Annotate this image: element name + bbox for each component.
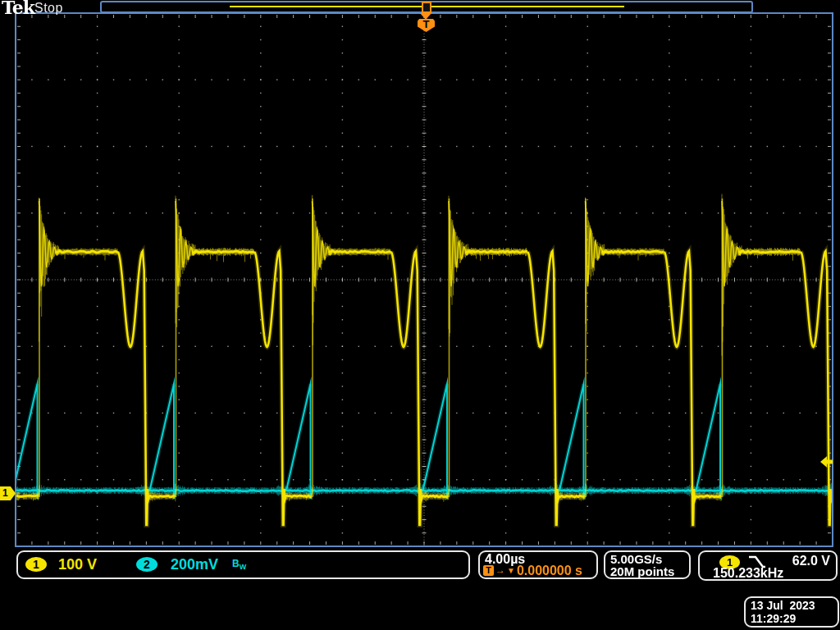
- wave-inspector-bar[interactable]: [100, 1, 753, 13]
- trigger-position-arrow-icon[interactable]: [420, 13, 431, 20]
- acquisition-readout-box[interactable]: 5.00GS/s 20M points: [604, 550, 691, 579]
- delay-marker-icon: ▼: [507, 565, 515, 576]
- ch1-badge[interactable]: 1: [25, 557, 47, 572]
- trigger-level-readout: 62.0 V: [792, 554, 830, 568]
- trigger-readout-box[interactable]: 1 62.0 V 150.233kHz: [698, 550, 838, 581]
- record-length-readout: 20M points: [610, 564, 674, 578]
- time-readout: 11:29:29: [751, 612, 796, 625]
- trigger-position-readout: T → ▼ 0.000000 s: [483, 564, 582, 577]
- waveform-display[interactable]: [0, 0, 840, 630]
- acquisition-status: Stop: [34, 1, 63, 16]
- ch1-scale-readout: 100 V: [58, 556, 97, 573]
- ch2-badge[interactable]: 2: [136, 557, 158, 572]
- arrow-right-icon: →: [495, 565, 505, 576]
- date-readout: 13 Jul 2023: [751, 599, 815, 612]
- datetime-box: 13 Jul 2023 11:29:29: [744, 596, 839, 628]
- tek-logo: Tek: [2, 0, 34, 18]
- trigger-position-value: 0.000000 s: [517, 564, 582, 577]
- channel-readout-box[interactable]: 1 100 V 2 200mV BW: [16, 550, 470, 579]
- ch2-scale-readout: 200mV: [171, 556, 218, 573]
- trigger-position-marker-icon[interactable]: [422, 2, 431, 13]
- trigger-chip-icon: T: [483, 565, 494, 576]
- oscilloscope-screen: Tek Stop T 1 1 100 V 2 200mV BW 4.00µs T…: [0, 0, 840, 630]
- ch2-bandwidth-limit-icon: BW: [232, 558, 246, 571]
- trigger-frequency-readout: 150.233kHz: [713, 566, 783, 581]
- horizontal-readout-box[interactable]: 4.00µs T → ▼ 0.000000 s: [478, 550, 598, 579]
